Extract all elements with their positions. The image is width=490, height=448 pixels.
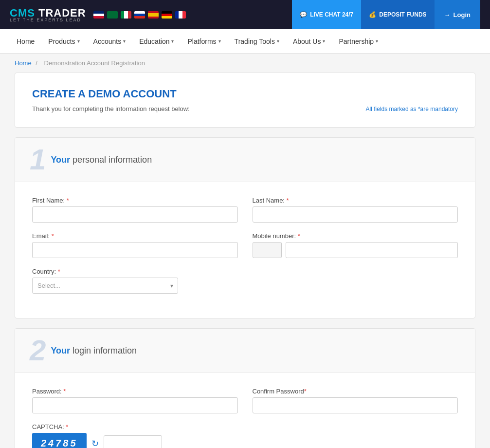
mobile-group: Mobile number: *: [253, 232, 458, 258]
breadcrumb-home[interactable]: Home: [15, 59, 32, 67]
last-name-required: *: [287, 197, 289, 204]
first-name-group: First Name: *: [32, 197, 238, 223]
header: CMS TRADER LET THE EXPERTS LEAD 💬 LIVE C…: [0, 0, 490, 29]
captcha-required: *: [66, 423, 68, 430]
last-name-label: Last Name: *: [253, 197, 458, 204]
login-button[interactable]: → Login: [435, 0, 480, 29]
chevron-down-icon: ▾: [123, 38, 126, 44]
nav-home-label: Home: [17, 37, 35, 45]
captcha-group: CAPTCHA: * 24785 ↻: [32, 423, 238, 448]
chat-icon: 💬: [300, 11, 307, 18]
email-label: Email: *: [32, 232, 238, 240]
sa-flag[interactable]: [107, 11, 118, 19]
nav-platforms[interactable]: Platforms ▾: [181, 29, 227, 54]
login-information-section: 2 Your login information Password: * Con…: [15, 328, 475, 448]
section2-title-rest: login information: [70, 346, 137, 355]
password-group: Password: *: [32, 388, 238, 413]
breadcrumb-separator: /: [36, 59, 37, 67]
email-input[interactable]: [32, 242, 238, 258]
chevron-down-icon: ▾: [277, 38, 279, 44]
breadcrumb-current: Demonstration Account Registration: [44, 59, 145, 67]
password-row: Password: * Confirm Password*: [32, 388, 458, 413]
name-row: First Name: * Last Name: *: [32, 197, 458, 223]
navigation: Home Products ▾ Accounts ▾ Education ▾ P…: [0, 29, 490, 54]
deposit-icon: 💰: [369, 11, 376, 18]
chevron-down-icon: ▾: [376, 38, 378, 44]
nav-products[interactable]: Products ▾: [41, 29, 86, 54]
section2-title: Your login information: [51, 346, 137, 356]
captcha-row: 24785 ↻: [32, 433, 238, 448]
chevron-down-icon: ▾: [77, 38, 80, 44]
section1-title-rest: personal information: [70, 155, 152, 165]
nav-about-us-label: About Us: [293, 37, 321, 45]
fr-flag[interactable]: [175, 11, 186, 19]
ru-flag[interactable]: [134, 11, 145, 19]
confirm-password-label: Confirm Password*: [253, 388, 458, 395]
password-label: Password: *: [32, 388, 238, 395]
personal-information-section: 1 Your personal information First Name: …: [15, 137, 475, 318]
first-name-input[interactable]: [32, 206, 238, 223]
main-content: CREATE A DEMO ACCOUNT Thank you for comp…: [0, 73, 490, 448]
nav-partnership[interactable]: Partnership ▾: [332, 29, 385, 54]
deposit-label: DEPOSIT FUNDS: [379, 11, 426, 18]
last-name-input[interactable]: [253, 206, 458, 223]
section1-title: Your personal information: [51, 155, 152, 165]
nav-platforms-label: Platforms: [187, 37, 216, 45]
captcha-row-wrapper: CAPTCHA: * 24785 ↻: [32, 423, 458, 448]
nav-education[interactable]: Education ▾: [132, 29, 181, 54]
country-group: Country: * Select... ▾: [32, 268, 178, 294]
empty-group2: [253, 423, 458, 448]
demo-title: CREATE A DEMO ACCOUNT: [32, 88, 190, 100]
nav-products-label: Products: [48, 37, 75, 45]
card-header-left: CREATE A DEMO ACCOUNT Thank you for comp…: [32, 88, 190, 112]
captcha-input[interactable]: [104, 435, 162, 448]
login-icon: →: [444, 11, 451, 19]
country-select[interactable]: Select...: [32, 278, 178, 294]
demo-account-card: CREATE A DEMO ACCOUNT Thank you for comp…: [15, 73, 475, 128]
empty-group: [193, 268, 458, 294]
es-flag[interactable]: [148, 11, 159, 19]
nav-partnership-label: Partnership: [339, 37, 374, 45]
nav-trading-tools-label: Trading Tools: [235, 37, 275, 45]
confirm-password-required: *: [304, 388, 307, 395]
nav-about-us[interactable]: About Us ▾: [286, 29, 332, 54]
uk-flag[interactable]: [93, 11, 104, 19]
confirm-password-input[interactable]: [253, 397, 458, 413]
country-row: Country: * Select... ▾: [32, 268, 458, 294]
it-flag[interactable]: [121, 11, 131, 19]
mobile-input-row: [253, 242, 458, 258]
nav-trading-tools[interactable]: Trading Tools ▾: [228, 29, 286, 54]
mobile-label: Mobile number: *: [253, 232, 458, 240]
captcha-display: 24785: [32, 433, 87, 448]
mobile-number-input[interactable]: [286, 242, 458, 258]
nav-accounts[interactable]: Accounts ▾: [87, 29, 133, 54]
section1-number: 1: [30, 145, 46, 174]
contact-row: Email: * Mobile number: *: [32, 232, 458, 258]
logo-subtitle: LET THE EXPERTS LEAD: [10, 18, 86, 22]
deposit-button[interactable]: 💰 DEPOSIT FUNDS: [361, 0, 434, 29]
confirm-password-group: Confirm Password*: [253, 388, 458, 413]
login-label: Login: [454, 11, 471, 19]
logo[interactable]: CMS TRADER LET THE EXPERTS LEAD: [10, 7, 86, 22]
nav-accounts-label: Accounts: [93, 37, 122, 45]
nav-education-label: Education: [139, 37, 169, 45]
section2-body: Password: * Confirm Password* CAPTCHA:: [15, 373, 475, 448]
email-required: *: [52, 232, 54, 240]
nav-home[interactable]: Home: [10, 29, 41, 54]
last-name-group: Last Name: *: [253, 197, 458, 223]
chevron-down-icon: ▾: [323, 38, 325, 44]
mandatory-note: All fields marked as *are mandatory: [366, 106, 458, 112]
live-chat-button[interactable]: 💬 LIVE CHAT 24/7: [292, 0, 361, 29]
captcha-refresh-button[interactable]: ↻: [91, 438, 99, 448]
section1-body: First Name: * Last Name: * E: [15, 182, 475, 318]
chevron-down-icon: ▾: [171, 38, 174, 44]
flags-row: [93, 11, 186, 19]
de-flag[interactable]: [162, 11, 172, 19]
captcha-label: CAPTCHA: *: [32, 423, 238, 430]
section1-header: 1 Your personal information: [15, 138, 475, 182]
chevron-down-icon: ▾: [218, 38, 221, 44]
live-chat-label: LIVE CHAT 24/7: [310, 11, 353, 18]
mobile-code-input[interactable]: [253, 242, 282, 258]
demo-subtitle: Thank you for completing the information…: [32, 105, 190, 112]
password-input[interactable]: [32, 397, 238, 413]
